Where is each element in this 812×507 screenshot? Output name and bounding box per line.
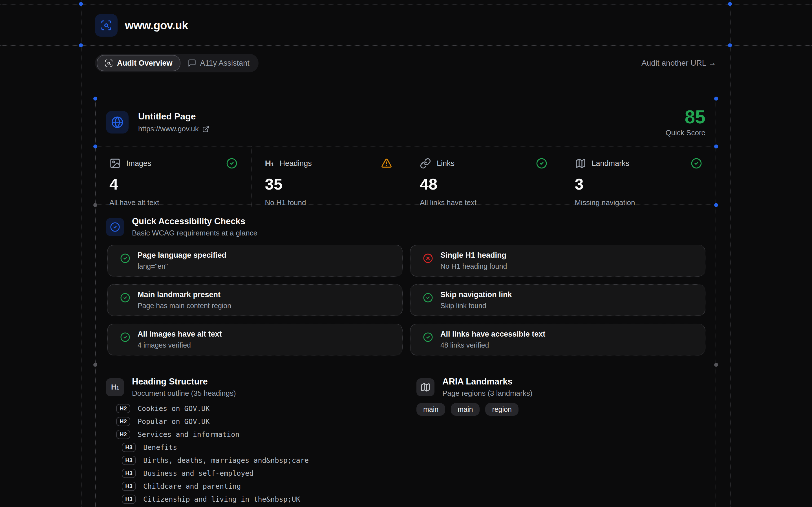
check-status-icon [120,332,130,342]
heading-list: H2 Cookies on GOV.UK H2 Popular on GOV.U… [96,402,406,506]
stat-value: 4 [109,176,238,192]
check-status-icon [423,332,433,342]
page-favicon [106,111,129,133]
circle-check-icon [423,293,433,303]
stat-label: Landmarks [592,159,629,168]
guide-dot [714,97,718,101]
landmark-badge: main [416,403,445,416]
aria-landmarks-panel: ARIA Landmarks Page regions (3 landmarks… [406,365,716,507]
heading-level-badge: H3 [122,482,136,491]
heading-level-badge: H3 [122,469,136,478]
site-title: www.gov.uk [125,19,188,32]
tab-row: Audit Overview A11y Assistant Audit anot… [95,54,716,72]
guide-dot [93,97,97,101]
heading-text: Benefits [143,443,177,452]
check-detail: Page has main content region [138,302,231,310]
section-title: Heading Structure [132,377,236,387]
landmark-badge: main [451,403,479,416]
bottom-section: H1 Heading Structure Document outline (3… [96,365,716,507]
circle-check-icon [536,158,547,169]
check-status-icon [120,253,130,263]
section-icon [106,218,124,236]
guide-dot [93,145,97,149]
map-icon [420,382,430,392]
check-detail: Skip link found [441,302,512,310]
section-icon: H1 [106,378,124,396]
guide-dot [93,363,97,367]
check-card: Page language specified lang="en" [107,245,403,277]
heading-item: H2 Cookies on GOV.UK [96,402,406,415]
guide-dot [79,2,83,6]
heading-item: H3 Births, deaths, marriages and&nbsp;ca… [96,454,406,467]
check-detail: 48 links verified [441,341,545,349]
stat-card-images: Images 4 All have alt text [96,147,251,207]
check-detail: 4 images verified [138,341,222,349]
check-card: Single H1 heading No H1 heading found [410,245,705,277]
status-icon [536,158,547,169]
heading-text: Births, deaths, marriages and&nbsp;care [143,456,309,464]
check-title: Page language specified [138,251,226,260]
stat-label: Images [126,159,151,168]
heading-item: H3 Benefits [96,441,406,454]
tab-a11y-assistant[interactable]: A11y Assistant [181,55,257,71]
quick-score-value: 85 [665,108,705,126]
message-icon [188,59,196,67]
stats-row: Images 4 All have alt text H1 Headings [96,147,716,205]
quick-score: 85 Quick Score [665,108,705,137]
page-title: Untitled Page [138,111,209,122]
guide-line [0,45,812,46]
guide-line [730,0,730,507]
landmark-badge: region [485,403,518,416]
audit-page: www.gov.uk Audit Overview A11y Assistant… [0,0,812,507]
check-title: Skip navigation link [441,290,512,299]
stat-label: Links [437,159,455,168]
stat-label: Headings [280,159,312,168]
heading-text: Business and self-employed [143,469,253,477]
stat-value: 3 [575,176,702,192]
scan-search-icon [100,19,112,31]
heading-level-badge: H3 [122,443,136,452]
tab-audit-overview[interactable]: Audit Overview [97,55,181,71]
circle-x-icon [423,253,433,263]
section-title: ARIA Landmarks [442,377,532,387]
tab-label: A11y Assistant [200,59,250,68]
globe-icon [111,116,123,128]
check-title: All links have accessible text [441,330,545,339]
heading-text: Services and information [138,431,239,439]
heading-level-badge: H2 [116,404,130,413]
guide-line [0,4,812,4]
quick-score-label: Quick Score [665,128,705,137]
page-summary-row: Untitled Page https://www.gov.uk 85 Quic… [96,99,716,147]
heading-item: H3 Childcare and parenting [96,480,406,493]
check-status-icon [423,253,433,263]
circle-check-icon [120,332,130,342]
tab-group: Audit Overview A11y Assistant [95,54,259,72]
heading-text: Popular on GOV.UK [138,417,210,426]
audit-card: Untitled Page https://www.gov.uk 85 Quic… [95,99,716,507]
guide-line [81,0,82,507]
heading-level-badge: H2 [116,430,130,439]
guide-dot [714,203,718,207]
heading-level-badge: H3 [122,495,136,504]
stat-value: 48 [420,176,547,192]
guide-dot [714,145,718,149]
guide-dot [714,363,718,367]
landmark-badges: main main region [416,403,518,416]
status-icon [226,158,238,169]
audit-another-url-link[interactable]: Audit another URL → [642,59,716,68]
check-status-icon [120,293,130,303]
status-icon [691,158,702,169]
check-title: Main landmark present [138,290,231,299]
circle-check-icon [423,332,433,342]
status-icon [381,158,392,169]
circle-check-icon [110,222,120,232]
image-icon [109,158,121,169]
circle-check-icon [226,158,238,169]
check-detail: lang="en" [138,262,226,270]
check-detail: No H1 heading found [441,262,507,270]
external-link-icon[interactable] [202,125,209,133]
app-header: www.gov.uk [95,14,188,37]
section-subtitle: Basic WCAG requirements at a glance [132,229,257,237]
stat-card-links: Links 48 All links have text [406,147,561,207]
heading-level-badge: H3 [122,456,136,465]
